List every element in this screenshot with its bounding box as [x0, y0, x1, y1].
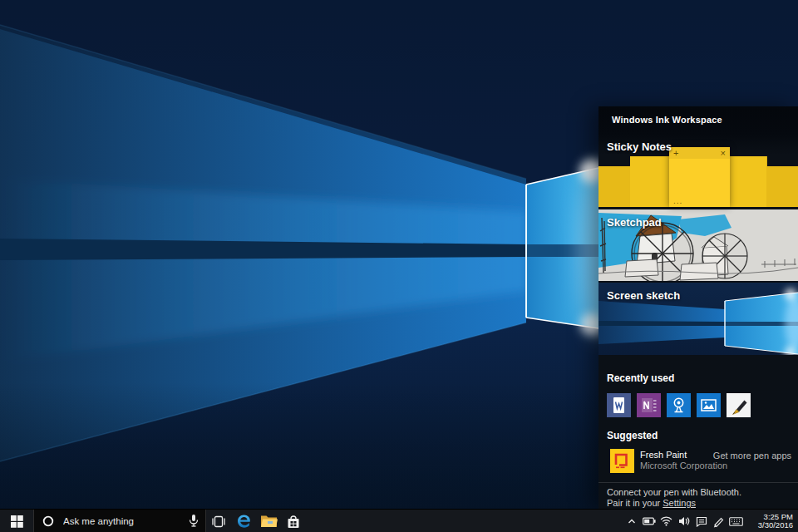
- edge-icon: [235, 513, 253, 530]
- panel-divider: [598, 482, 798, 483]
- fresh-paint-tile[interactable]: [610, 449, 634, 473]
- sticky-note-toolbar: + ×: [669, 147, 730, 159]
- windows-logo-icon: [11, 515, 23, 528]
- settings-link[interactable]: Settings: [663, 498, 696, 508]
- photos-icon: [697, 393, 721, 417]
- get-more-pen-apps-link[interactable]: Get more pen apps: [713, 451, 791, 461]
- folder-icon: [260, 514, 278, 529]
- camera-app-tile[interactable]: [667, 393, 691, 417]
- sticky-note-active[interactable]: + × ...: [669, 147, 730, 207]
- store-button[interactable]: [281, 510, 306, 532]
- note-options-icon[interactable]: ...: [673, 196, 682, 205]
- taskbar: 3:25 PM 3/30/2016: [0, 509, 798, 532]
- cortana-search-box[interactable]: [33, 510, 206, 532]
- task-view-icon: [211, 515, 226, 528]
- volume-tray-button[interactable]: [675, 510, 692, 532]
- file-explorer-button[interactable]: [256, 510, 281, 532]
- clock[interactable]: 3:25 PM 3/30/2016: [745, 513, 798, 530]
- fresh-paint-icon: [610, 449, 634, 473]
- pen-sketch-app-tile[interactable]: [727, 393, 751, 417]
- wifi-icon: [660, 516, 672, 526]
- photos-app-tile[interactable]: [697, 393, 721, 417]
- add-note-icon[interactable]: +: [673, 149, 678, 158]
- sticky-note[interactable]: [766, 166, 798, 207]
- pen-pair-text: Pair it in your Settings: [607, 498, 696, 508]
- windows-ink-workspace-button[interactable]: [710, 510, 727, 532]
- store-bag-icon: [286, 514, 301, 530]
- system-tray: 3:25 PM 3/30/2016: [623, 510, 798, 532]
- panel-title: Windows Ink Workspace: [612, 115, 722, 125]
- recently-used-apps: [607, 393, 751, 417]
- cortana-icon: [42, 515, 54, 527]
- action-center-icon: [696, 516, 707, 527]
- sticky-notes-preview[interactable]: + × ...: [598, 147, 798, 207]
- chevron-up-icon: [627, 516, 637, 526]
- windows-ink-workspace-panel: Windows Ink Workspace Sticky Notes + × .…: [598, 106, 798, 509]
- fountain-pen-icon: [727, 393, 751, 417]
- sticky-note[interactable]: [730, 156, 767, 207]
- pen-pair-prefix: Pair it in your: [607, 498, 663, 508]
- fresh-paint-publisher: Microsoft Corporation: [640, 461, 727, 470]
- battery-tray-button[interactable]: [640, 510, 658, 532]
- word-icon: [607, 393, 631, 417]
- show-hidden-icons-button[interactable]: [623, 510, 640, 532]
- sticky-note[interactable]: [630, 156, 670, 207]
- fresh-paint-name[interactable]: Fresh Paint: [640, 450, 687, 460]
- onenote-app-tile[interactable]: [637, 393, 661, 417]
- start-button[interactable]: [0, 510, 33, 532]
- screen-sketch-label: Screen sketch: [607, 289, 680, 302]
- sticky-note[interactable]: [598, 166, 631, 207]
- wifi-tray-button[interactable]: [658, 510, 675, 532]
- sticky-notes-label: Sticky Notes: [607, 140, 672, 153]
- pen-icon: [712, 515, 725, 528]
- camera-icon: [667, 393, 691, 417]
- microphone-icon[interactable]: [189, 514, 199, 531]
- sketchpad-label: Sketchpad: [607, 216, 662, 229]
- pen-bluetooth-text: Connect your pen with Bluetooth.: [607, 487, 741, 497]
- speaker-icon: [678, 516, 690, 526]
- edge-browser-button[interactable]: [231, 510, 256, 532]
- task-view-button[interactable]: [206, 510, 231, 532]
- battery-icon: [643, 517, 656, 525]
- suggested-label: Suggested: [607, 430, 658, 441]
- touch-keyboard-button[interactable]: [727, 510, 745, 532]
- close-note-icon[interactable]: ×: [721, 149, 726, 158]
- word-app-tile[interactable]: [607, 393, 631, 417]
- recently-used-label: Recently used: [607, 372, 674, 384]
- keyboard-icon: [729, 517, 743, 526]
- onenote-icon: [637, 393, 661, 417]
- action-center-button[interactable]: [692, 510, 710, 532]
- clock-date: 3/30/2016: [745, 521, 793, 530]
- search-input[interactable]: [62, 515, 173, 527]
